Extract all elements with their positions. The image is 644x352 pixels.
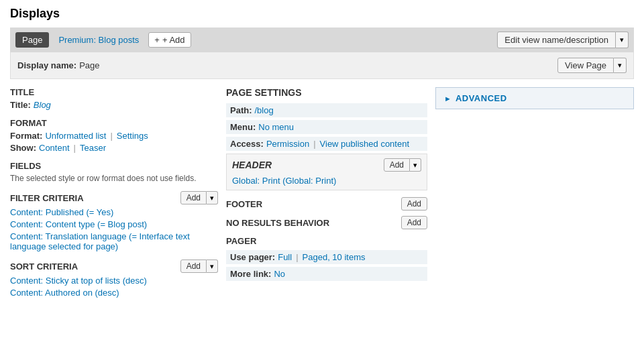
title-label: Title: bbox=[10, 100, 31, 110]
pager-header: PAGER bbox=[226, 236, 427, 246]
view-page-dropdown-arrow[interactable]: ▾ bbox=[614, 58, 627, 73]
access-permission-link[interactable]: Permission bbox=[266, 139, 309, 149]
left-column: TITLE Title: Blog FORMAT Format: Unforma… bbox=[10, 87, 218, 300]
access-row: Access: Permission | View published cont… bbox=[226, 137, 427, 151]
header-add-group: Add ▾ bbox=[384, 158, 421, 172]
header-section-title: HEADER bbox=[232, 160, 272, 170]
filter-criteria-link-2[interactable]: Content: Translation language (= Interfa… bbox=[10, 231, 190, 251]
no-results-section-title: NO RESULTS BEHAVIOR bbox=[226, 218, 329, 228]
filter-criteria-list: Content: Published (= Yes) Content: Cont… bbox=[10, 207, 218, 251]
show-row: Show: Content | Teaser bbox=[10, 143, 218, 153]
sort-criteria-link-0[interactable]: Content: Sticky at top of lists (desc) bbox=[10, 276, 147, 286]
sort-add-dropdown[interactable]: ▾ bbox=[207, 259, 218, 273]
tabs-bar: Page Premium: Blog posts + + Add Edit vi… bbox=[10, 27, 634, 52]
no-results-row: NO RESULTS BEHAVIOR Add bbox=[226, 216, 427, 229]
use-pager-sep: | bbox=[296, 252, 298, 262]
filter-add-dropdown[interactable]: ▾ bbox=[207, 191, 218, 204]
format-label: Format: bbox=[10, 131, 42, 141]
tab-premium-blog-posts[interactable]: Premium: Blog posts bbox=[53, 32, 144, 48]
filter-criteria-item: Content: Translation language (= Interfa… bbox=[10, 231, 218, 251]
display-name-label: Display name: bbox=[17, 60, 76, 70]
access-sep: | bbox=[313, 139, 315, 149]
advanced-arrow-icon: ► bbox=[444, 95, 451, 103]
show-content-link[interactable]: Content bbox=[39, 143, 70, 153]
access-view-published-link[interactable]: View published content bbox=[320, 139, 409, 149]
advanced-title: ADVANCED bbox=[455, 93, 507, 103]
edit-view-button-group: Edit view name/description ▾ bbox=[497, 32, 629, 48]
sort-criteria-header: SORT CRITERIA bbox=[10, 261, 78, 272]
view-page-button-group: View Page ▾ bbox=[557, 58, 627, 73]
filter-criteria-header: FILTER CRITERIA bbox=[10, 193, 84, 203]
sort-add-group: Add ▾ bbox=[180, 259, 218, 273]
advanced-toggle[interactable]: ► ADVANCED bbox=[444, 93, 625, 103]
filter-criteria-item: Content: Content type (= Blog post) bbox=[10, 219, 218, 229]
access-label: Access: bbox=[230, 139, 264, 149]
sort-criteria-item: Content: Authored on (desc) bbox=[10, 288, 218, 298]
edit-view-button[interactable]: Edit view name/description bbox=[497, 32, 616, 48]
tab-page[interactable]: Page bbox=[15, 32, 49, 48]
header-global-print-link[interactable]: Global: Print (Global: Print) bbox=[232, 176, 336, 186]
use-pager-label: Use pager: bbox=[230, 252, 275, 262]
path-row: Path: /blog bbox=[226, 103, 427, 117]
path-label: Path: bbox=[230, 105, 252, 115]
right-column: ► ADVANCED bbox=[435, 87, 634, 300]
show-teaser-link[interactable]: Teaser bbox=[80, 143, 106, 153]
view-page-button[interactable]: View Page bbox=[557, 58, 614, 73]
format-row: Format: Unformatted list | Settings bbox=[10, 131, 218, 141]
use-pager-paged-link[interactable]: Paged, 10 items bbox=[303, 252, 366, 262]
filter-criteria-link-1[interactable]: Content: Content type (= Blog post) bbox=[10, 219, 147, 229]
more-link-value[interactable]: No bbox=[274, 269, 285, 279]
add-display-button[interactable]: + + Add bbox=[148, 32, 191, 48]
menu-label: Menu: bbox=[230, 122, 256, 132]
filter-criteria-item: Content: Published (= Yes) bbox=[10, 207, 218, 217]
page-settings-header: PAGE SETTINGS bbox=[226, 87, 427, 98]
format-link[interactable]: Unformatted list bbox=[45, 131, 106, 141]
fields-section-header: FIELDS bbox=[10, 161, 218, 171]
display-name-value: Page bbox=[79, 60, 99, 70]
page-title: Displays bbox=[10, 7, 634, 21]
filter-add-group: Add ▾ bbox=[180, 191, 218, 204]
filter-criteria-link-0[interactable]: Content: Published (= Yes) bbox=[10, 207, 113, 217]
title-section-header: TITLE bbox=[10, 87, 218, 97]
format-settings-link[interactable]: Settings bbox=[117, 131, 148, 141]
fields-description: The selected style or row format does no… bbox=[10, 174, 218, 183]
more-link-row: More link: No bbox=[226, 267, 427, 281]
plus-icon: + bbox=[154, 35, 160, 45]
footer-add-button[interactable]: Add bbox=[401, 197, 427, 211]
sort-add-button[interactable]: Add bbox=[180, 259, 207, 273]
no-results-add-button[interactable]: Add bbox=[401, 216, 427, 229]
path-value-link[interactable]: /blog bbox=[255, 105, 274, 115]
filter-criteria-header-row: FILTER CRITERIA Add ▾ bbox=[10, 191, 218, 204]
show-label: Show: bbox=[10, 143, 36, 153]
sort-criteria-header-row: SORT CRITERIA Add ▾ bbox=[10, 259, 218, 273]
use-pager-row: Use pager: Full | Paged, 10 items bbox=[226, 250, 427, 264]
header-add-button[interactable]: Add bbox=[384, 158, 410, 172]
format-section-header: FORMAT bbox=[10, 118, 218, 128]
menu-row: Menu: No menu bbox=[226, 120, 427, 134]
sort-criteria-link-1[interactable]: Content: Authored on (desc) bbox=[10, 288, 119, 298]
footer-row: FOOTER Add bbox=[226, 197, 427, 211]
use-pager-full-link[interactable]: Full bbox=[278, 252, 292, 262]
sort-criteria-item: Content: Sticky at top of lists (desc) bbox=[10, 276, 218, 286]
title-value-link[interactable]: Blog bbox=[34, 100, 51, 110]
show-sep: | bbox=[74, 143, 76, 153]
menu-value-link[interactable]: No menu bbox=[258, 122, 294, 132]
pager-section: PAGER Use pager: Full | Paged, 10 items … bbox=[226, 236, 427, 281]
header-subsection-header: HEADER Add ▾ bbox=[232, 158, 421, 172]
main-content: TITLE Title: Blog FORMAT Format: Unforma… bbox=[10, 87, 634, 300]
edit-view-dropdown-arrow[interactable]: ▾ bbox=[616, 32, 629, 48]
filter-add-button[interactable]: Add bbox=[180, 191, 207, 204]
middle-column: PAGE SETTINGS Path: /blog Menu: No menu … bbox=[226, 87, 427, 300]
advanced-box: ► ADVANCED bbox=[435, 87, 634, 109]
sort-criteria-list: Content: Sticky at top of lists (desc) C… bbox=[10, 276, 218, 298]
display-name-bar: Display name: Page View Page ▾ bbox=[10, 52, 634, 79]
title-row: Title: Blog bbox=[10, 100, 218, 110]
more-link-label: More link: bbox=[230, 269, 271, 279]
header-add-dropdown[interactable]: ▾ bbox=[410, 158, 421, 172]
format-sep: | bbox=[110, 131, 112, 141]
header-subsection: HEADER Add ▾ Global: Print (Global: Prin… bbox=[226, 154, 427, 190]
footer-section-title: FOOTER bbox=[226, 199, 262, 209]
